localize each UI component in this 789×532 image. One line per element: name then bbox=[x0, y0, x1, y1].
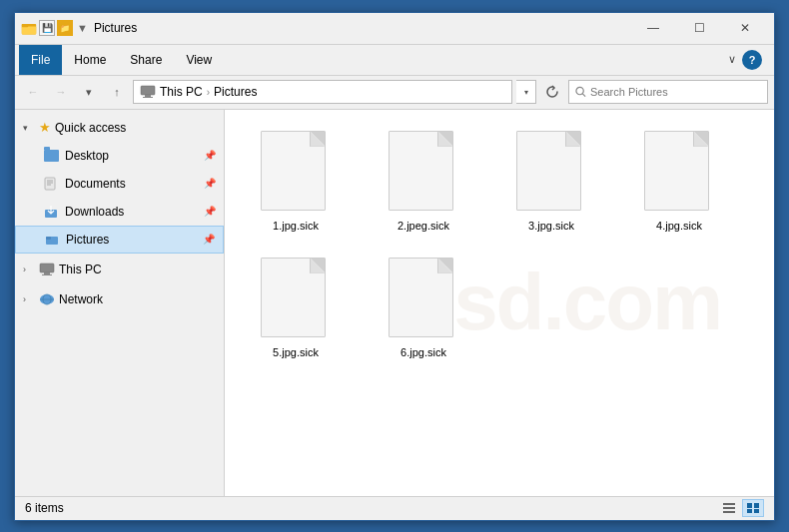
search-box[interactable] bbox=[568, 80, 768, 104]
file-name: 6.jpg.sick bbox=[400, 346, 446, 358]
file-page bbox=[261, 131, 326, 211]
sidebar-section-this-pc: › This PC bbox=[15, 256, 224, 283]
file-icon-large bbox=[389, 131, 458, 216]
svg-rect-16 bbox=[44, 272, 50, 274]
sidebar-downloads-label: Downloads bbox=[65, 205, 198, 219]
svg-line-7 bbox=[582, 94, 585, 97]
maximize-button[interactable]: ☐ bbox=[676, 12, 722, 44]
tab-file[interactable]: File bbox=[19, 45, 62, 75]
ribbon: File Home Share View ∨ ? bbox=[15, 45, 774, 76]
file-name: 4.jpg.sick bbox=[656, 220, 702, 232]
file-page bbox=[389, 131, 453, 211]
window-controls: — ☐ ✕ bbox=[630, 12, 768, 44]
list-view-button[interactable] bbox=[718, 499, 740, 517]
quick-access-chevron: ▾ bbox=[23, 123, 35, 133]
file-item[interactable]: 2.jpeg.sick bbox=[369, 122, 478, 241]
network-chevron: › bbox=[23, 294, 35, 304]
svg-rect-3 bbox=[141, 86, 155, 95]
svg-rect-1 bbox=[22, 26, 36, 34]
close-button[interactable]: ✕ bbox=[722, 12, 768, 44]
svg-rect-4 bbox=[145, 95, 151, 97]
documents-icon bbox=[43, 176, 59, 192]
search-icon bbox=[575, 86, 586, 98]
sidebar-item-documents[interactable]: Documents 📌 bbox=[15, 170, 224, 198]
file-name: 2.jpeg.sick bbox=[397, 220, 449, 232]
documents-pin-icon: 📌 bbox=[204, 178, 216, 189]
this-pc-icon bbox=[39, 262, 55, 277]
dropdown-recent-button[interactable]: ▾ bbox=[77, 80, 101, 104]
file-page bbox=[516, 131, 581, 211]
tab-view[interactable]: View bbox=[174, 45, 224, 75]
explorer-window: 💾 📁 ▼ Pictures — ☐ ✕ File Home Share Vie… bbox=[14, 12, 775, 521]
up-button[interactable]: ↑ bbox=[105, 80, 129, 104]
svg-rect-23 bbox=[723, 511, 735, 513]
file-item[interactable]: 4.jpg.sick bbox=[624, 122, 734, 241]
large-icons-view-button[interactable] bbox=[742, 499, 764, 517]
svg-rect-5 bbox=[143, 97, 153, 98]
file-item[interactable]: 1.jpg.sick bbox=[241, 122, 351, 241]
svg-rect-22 bbox=[723, 507, 735, 509]
titlebar-dropdown-arrow[interactable]: ▼ bbox=[77, 22, 88, 34]
sidebar-desktop-label: Desktop bbox=[65, 149, 198, 163]
ribbon-tabs: File Home Share View ∨ ? bbox=[15, 45, 774, 75]
svg-rect-17 bbox=[42, 274, 52, 275]
minimize-button[interactable]: — bbox=[630, 12, 676, 44]
file-page bbox=[261, 258, 326, 337]
refresh-button[interactable] bbox=[540, 80, 564, 104]
quick-save-icon[interactable]: 💾 bbox=[39, 20, 55, 36]
tab-home[interactable]: Home bbox=[62, 45, 118, 75]
file-area: risd.com 1.jpg.sick 2.jpeg.sick bbox=[225, 110, 774, 496]
sidebar-section-quick-access: ▾ ★ Quick access Desktop 📌 Documents bbox=[15, 114, 224, 254]
file-page bbox=[389, 258, 453, 337]
pictures-pin-icon: 📌 bbox=[203, 234, 215, 245]
item-count: 6 items bbox=[25, 501, 64, 515]
path-pictures[interactable]: Pictures bbox=[214, 85, 257, 99]
address-bar: ← → ▾ ↑ This PC › Pictures ▾ bbox=[15, 76, 774, 110]
file-item[interactable]: 3.jpg.sick bbox=[496, 122, 606, 241]
svg-rect-15 bbox=[40, 264, 54, 272]
file-icon-large bbox=[644, 131, 714, 216]
address-dropdown-button[interactable]: ▾ bbox=[516, 80, 536, 104]
file-item[interactable]: 5.jpg.sick bbox=[241, 249, 351, 367]
sidebar-header-this-pc[interactable]: › This PC bbox=[15, 256, 224, 283]
desktop-pin-icon: 📌 bbox=[204, 150, 216, 161]
file-icon-large bbox=[261, 131, 331, 216]
sidebar-item-downloads[interactable]: Downloads 📌 bbox=[15, 198, 224, 226]
path-sep-1: › bbox=[207, 87, 210, 98]
tab-share[interactable]: Share bbox=[118, 45, 174, 75]
view-buttons bbox=[718, 499, 764, 517]
ribbon-chevron-icon[interactable]: ∨ bbox=[728, 53, 736, 66]
sidebar-pictures-label: Pictures bbox=[66, 233, 197, 247]
window-title: Pictures bbox=[94, 21, 630, 35]
help-button[interactable]: ? bbox=[742, 50, 762, 70]
sidebar-item-pictures[interactable]: Pictures 📌 bbox=[15, 226, 224, 254]
svg-rect-21 bbox=[723, 503, 735, 505]
file-page bbox=[644, 131, 709, 211]
forward-button[interactable]: → bbox=[49, 80, 73, 104]
file-item[interactable]: 6.jpg.sick bbox=[369, 249, 478, 367]
file-icon-large bbox=[516, 131, 586, 216]
computer-icon bbox=[140, 85, 156, 99]
titlebar-folder-icon bbox=[21, 20, 37, 36]
file-name: 1.jpg.sick bbox=[273, 220, 319, 232]
pictures-folder-icon bbox=[44, 232, 60, 248]
svg-rect-25 bbox=[754, 503, 759, 508]
file-icon-large bbox=[389, 258, 458, 342]
sidebar-documents-label: Documents bbox=[65, 177, 198, 191]
file-name: 3.jpg.sick bbox=[528, 220, 574, 232]
ribbon-chevron-area: ∨ ? bbox=[720, 45, 770, 75]
svg-rect-26 bbox=[747, 509, 752, 513]
svg-rect-24 bbox=[747, 503, 752, 508]
title-bar-icons: 💾 📁 ▼ bbox=[21, 20, 90, 36]
quick-folder-icon[interactable]: 📁 bbox=[57, 20, 73, 36]
back-button[interactable]: ← bbox=[21, 80, 45, 104]
sidebar-header-network[interactable]: › Network bbox=[15, 285, 224, 313]
svg-rect-27 bbox=[754, 509, 759, 513]
sidebar-header-quick-access[interactable]: ▾ ★ Quick access bbox=[15, 114, 224, 142]
svg-rect-2 bbox=[22, 24, 28, 27]
status-bar: 6 items bbox=[15, 496, 774, 520]
path-this-pc[interactable]: This PC bbox=[160, 85, 203, 99]
downloads-icon bbox=[43, 204, 59, 220]
search-input[interactable] bbox=[590, 86, 761, 98]
sidebar-item-desktop[interactable]: Desktop 📌 bbox=[15, 142, 224, 170]
